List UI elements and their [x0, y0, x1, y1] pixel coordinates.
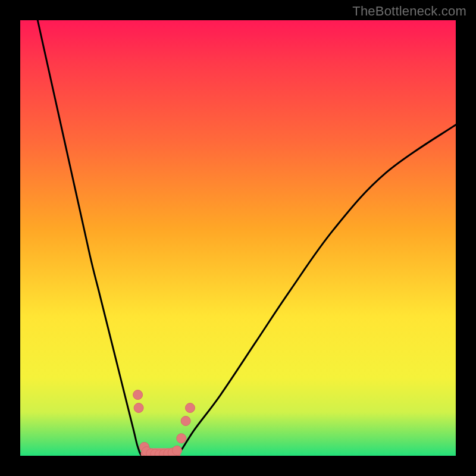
marker-point: [133, 390, 143, 400]
chart-frame: TheBottleneck.com: [0, 0, 476, 476]
marker-point: [185, 403, 195, 412]
marker-group: [133, 390, 195, 456]
marker-point: [134, 403, 143, 412]
watermark-text: TheBottleneck.com: [352, 4, 466, 19]
marker-point: [173, 446, 182, 455]
bottleneck-curve: [37, 20, 456, 456]
marker-point: [177, 434, 186, 443]
curve-group: [37, 20, 456, 456]
plot-area: [20, 20, 456, 456]
marker-point: [181, 416, 190, 425]
chart-svg: [20, 20, 456, 456]
